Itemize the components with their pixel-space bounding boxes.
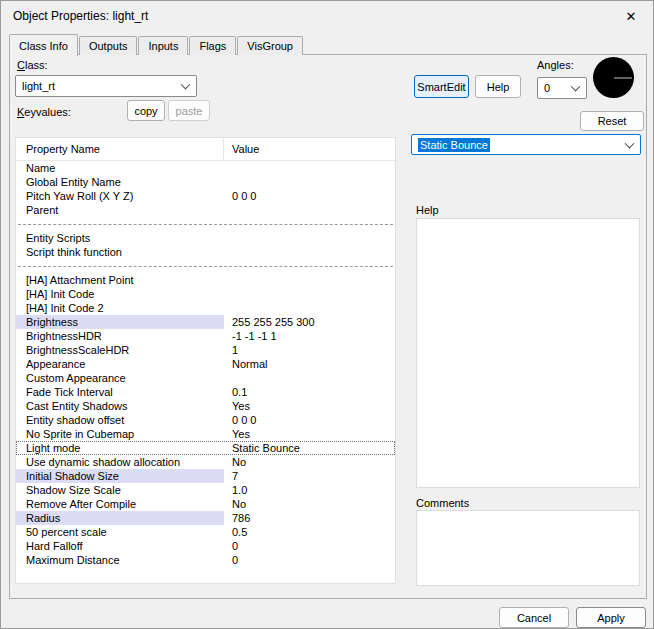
property-value-cell: Yes bbox=[224, 427, 395, 441]
chevron-down-icon bbox=[625, 138, 635, 148]
property-row[interactable]: Custom Appearance bbox=[16, 371, 395, 385]
property-value-cell: Yes bbox=[224, 399, 395, 413]
property-value-cell: 0.1 bbox=[224, 385, 395, 399]
property-name-cell: Maximum Distance bbox=[16, 553, 224, 567]
property-name-cell: Initial Shadow Size bbox=[16, 469, 224, 483]
object-properties-dialog: { "window": { "title": "Object Propertie… bbox=[0, 0, 654, 629]
cancel-button[interactable]: Cancel bbox=[499, 607, 569, 628]
angle-dial[interactable] bbox=[593, 57, 634, 98]
property-row[interactable]: Entity shadow offset0 0 0 bbox=[16, 413, 395, 427]
property-value-cell: 0 bbox=[224, 539, 395, 553]
tab-bar: Class InfoOutputsInputsFlagsVisGroup bbox=[9, 36, 304, 55]
property-name-cell: Hard Falloff bbox=[16, 539, 224, 553]
separator-line bbox=[18, 224, 393, 225]
column-header-value[interactable]: Value bbox=[224, 138, 395, 161]
property-value-cell: Static Bounce bbox=[224, 441, 395, 455]
property-row[interactable]: Name bbox=[16, 161, 395, 175]
property-row[interactable]: Use dynamic shadow allocationNo bbox=[16, 455, 395, 469]
property-row[interactable]: Parent bbox=[16, 203, 395, 217]
help-panel-content bbox=[416, 218, 640, 488]
property-row[interactable]: Radius786 bbox=[16, 511, 395, 525]
copy-button[interactable]: copy bbox=[127, 100, 165, 121]
property-value-cell: 255 255 255 300 bbox=[224, 315, 395, 329]
angles-label: Angles: bbox=[537, 59, 574, 71]
chevron-down-icon bbox=[181, 80, 191, 90]
angle-needle bbox=[614, 77, 632, 78]
property-value-cell bbox=[224, 287, 395, 301]
comments-textarea[interactable] bbox=[416, 510, 640, 586]
property-name-cell: Global Entity Name bbox=[16, 175, 224, 189]
property-row[interactable]: Light modeStatic Bounce bbox=[16, 441, 395, 455]
property-row[interactable]: Remove After CompileNo bbox=[16, 497, 395, 511]
separator-row bbox=[16, 259, 395, 273]
tab-flags[interactable]: Flags bbox=[189, 36, 236, 55]
angles-combobox-value: 0 bbox=[544, 82, 550, 94]
property-value-cell bbox=[224, 175, 395, 189]
property-row[interactable]: Fade Tick Interval0.1 bbox=[16, 385, 395, 399]
tab-visgroup[interactable]: VisGroup bbox=[237, 36, 303, 55]
property-value-cell bbox=[224, 203, 395, 217]
property-row[interactable]: Entity Scripts bbox=[16, 231, 395, 245]
smartedit-button[interactable]: SmartEdit bbox=[414, 75, 469, 98]
property-value-cell: Normal bbox=[224, 357, 395, 371]
property-name-cell: BrightnessScaleHDR bbox=[16, 343, 224, 357]
property-name-cell: No Sprite in Cubemap bbox=[16, 427, 224, 441]
property-value-cell bbox=[224, 231, 395, 245]
separator-row bbox=[16, 217, 395, 231]
property-table: Property Name Value NameGlobal Entity Na… bbox=[15, 137, 396, 584]
help-panel-label: Help bbox=[416, 204, 439, 216]
property-row[interactable]: Maximum Distance0 bbox=[16, 553, 395, 567]
property-value-cell: 0 bbox=[224, 553, 395, 567]
property-row[interactable]: [HA] Init Code bbox=[16, 287, 395, 301]
tab-class-info[interactable]: Class Info bbox=[9, 34, 78, 56]
property-name-cell: Pitch Yaw Roll (X Y Z) bbox=[16, 189, 224, 203]
apply-button[interactable]: Apply bbox=[576, 607, 646, 628]
property-value-cell bbox=[224, 161, 395, 175]
class-combobox[interactable]: light_rt bbox=[15, 75, 197, 97]
property-value-cell: -1 -1 -1 1 bbox=[224, 329, 395, 343]
property-value-cell: No bbox=[224, 455, 395, 469]
property-value-cell bbox=[224, 371, 395, 385]
property-name-cell: BrightnessHDR bbox=[16, 329, 224, 343]
property-row[interactable]: Cast Entity ShadowsYes bbox=[16, 399, 395, 413]
mode-combobox[interactable]: Static Bounce bbox=[411, 134, 641, 155]
property-row[interactable]: No Sprite in CubemapYes bbox=[16, 427, 395, 441]
property-name-cell: [HA] Attachment Point bbox=[16, 273, 224, 287]
property-value-cell bbox=[224, 245, 395, 259]
property-name-cell: Remove After Compile bbox=[16, 497, 224, 511]
property-row[interactable]: Initial Shadow Size7 bbox=[16, 469, 395, 483]
property-row[interactable]: [HA] Attachment Point bbox=[16, 273, 395, 287]
paste-button[interactable]: paste bbox=[168, 100, 210, 121]
angles-combobox[interactable]: 0 bbox=[537, 77, 587, 99]
property-row[interactable]: Script think function bbox=[16, 245, 395, 259]
property-table-header: Property Name Value bbox=[16, 138, 395, 161]
titlebar: Object Properties: light_rt ✕ bbox=[1, 1, 653, 31]
property-row[interactable]: 50 percent scale0.5 bbox=[16, 525, 395, 539]
property-row[interactable]: BrightnessHDR-1 -1 -1 1 bbox=[16, 329, 395, 343]
property-row[interactable]: [HA] Init Code 2 bbox=[16, 301, 395, 315]
mode-combobox-selection: Static Bounce bbox=[418, 138, 490, 152]
property-row[interactable]: Global Entity Name bbox=[16, 175, 395, 189]
class-label: Class: bbox=[17, 59, 48, 71]
property-row[interactable]: BrightnessScaleHDR1 bbox=[16, 343, 395, 357]
property-name-cell: Appearance bbox=[16, 357, 224, 371]
property-row[interactable]: Hard Falloff0 bbox=[16, 539, 395, 553]
property-name-cell: Fade Tick Interval bbox=[16, 385, 224, 399]
property-name-cell: Parent bbox=[16, 203, 224, 217]
tab-outputs[interactable]: Outputs bbox=[79, 36, 138, 55]
property-row[interactable]: AppearanceNormal bbox=[16, 357, 395, 371]
property-name-cell: Shadow Size Scale bbox=[16, 483, 224, 497]
property-name-cell: 50 percent scale bbox=[16, 525, 224, 539]
close-icon[interactable]: ✕ bbox=[609, 1, 653, 31]
property-row[interactable]: Brightness255 255 255 300 bbox=[16, 315, 395, 329]
reset-button[interactable]: Reset bbox=[580, 111, 644, 131]
property-name-cell: Light mode bbox=[16, 441, 224, 455]
property-name-cell: [HA] Init Code bbox=[16, 287, 224, 301]
property-value-cell: 0 0 0 bbox=[224, 413, 395, 427]
column-header-property-name[interactable]: Property Name bbox=[16, 138, 224, 161]
property-row[interactable]: Pitch Yaw Roll (X Y Z)0 0 0 bbox=[16, 189, 395, 203]
tab-inputs[interactable]: Inputs bbox=[138, 36, 188, 55]
help-button[interactable]: Help bbox=[475, 75, 521, 98]
property-name-cell: Radius bbox=[16, 511, 224, 525]
property-row[interactable]: Shadow Size Scale1.0 bbox=[16, 483, 395, 497]
